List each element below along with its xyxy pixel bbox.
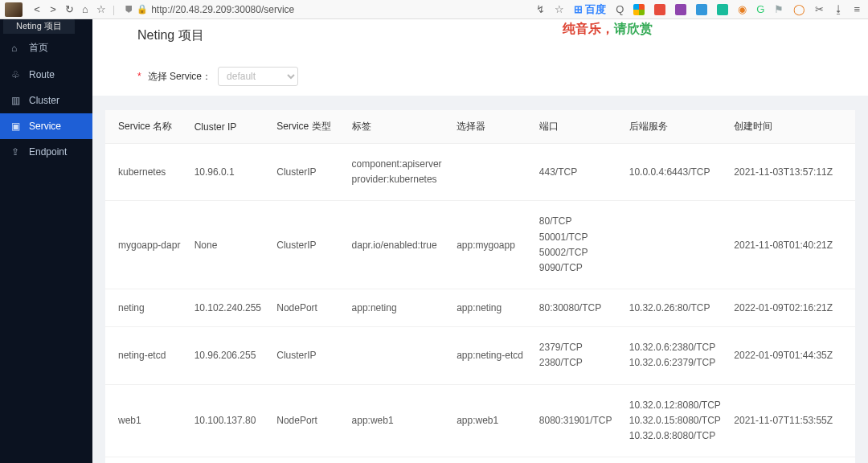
ext-icon-5[interactable]: ◉ [738,3,747,15]
home-icon[interactable]: ⌂ [79,3,92,15]
table-cell: app:web2 [450,457,533,463]
service-table: Service 名称Cluster IPService 类型标签选择器端口后端服… [105,110,855,463]
reload-icon[interactable]: ↻ [63,3,76,15]
sidebar: Neting 项目 ⌂首页♧Route▥Cluster▣Service⇪Endp… [0,19,92,463]
table-row: web110.100.137.80NodePortapp:web1app:web… [105,384,855,457]
star-icon[interactable]: ☆ [95,3,108,15]
ext-icon-2[interactable] [675,4,686,15]
table-cell: 2021-11-07T11:53:55Z [727,384,855,457]
url-text[interactable]: http://20.48.29.209:30080/service [151,4,294,15]
table-cell: web1 [105,384,188,457]
table-cell: component:apiserverprovider:kubernetes [346,144,451,201]
table-cell: 10.32.0.26:80/TCP [623,289,728,327]
baidu-icon[interactable]: ⊞ 百度 [574,2,607,17]
col-header: Service 类型 [270,110,345,144]
table-cell: 10.32.0.12:8080/TCP10.32.0.15:8080/TCP10… [623,384,728,457]
table-cell: 2021-11-07T11:53:55Z [727,457,855,463]
table-cell [450,144,533,201]
sidebar-item-cluster[interactable]: ▥Cluster [0,88,92,113]
table-cell: app:neting-etcd [450,327,533,384]
table-cell: app:web1 [450,384,533,457]
window-tab[interactable]: Neting 项目 [3,18,75,34]
table-cell: mygoapp-dapr [105,201,188,289]
table-cell: NodePort [270,289,345,327]
service-select[interactable]: default [218,67,298,86]
sidebar-item-endpoint[interactable]: ⇪Endpoint [0,139,92,165]
col-header: 后端服务 [623,110,728,144]
table-row: neting10.102.240.255NodePortapp:netingap… [105,289,855,327]
cluster-icon: ▥ [11,95,23,106]
table-cell: 9090:31631/TCP [533,457,623,463]
col-header: 标签 [346,110,451,144]
filter-label: 选择 Service： [148,70,211,84]
shield-icon: ⛊ [125,5,133,14]
favorite-icon[interactable]: ☆ [555,3,564,15]
table-cell: ClusterIP [270,327,345,384]
table-cell: 8080:31901/TCP [533,384,623,457]
table-cell: kubernetes [105,144,188,201]
table-cell: app:mygoapp [450,201,533,289]
table-cell: app:neting [450,289,533,327]
table-cell [346,327,451,384]
table-cell: app:web2 [346,457,451,463]
table-cell: 10.96.0.1 [188,144,271,201]
ext-icon-4[interactable] [717,4,728,15]
table-cell: 2379/TCP2380/TCP [533,327,623,384]
table-cell: 2022-01-09T01:44:35Z [727,327,855,384]
download-icon[interactable]: ⭳ [833,3,844,15]
sidebar-item-service[interactable]: ▣Service [0,113,92,139]
table-cell: 10.102.240.255 [188,289,271,327]
sidebar-item-label: Endpoint [29,146,67,158]
table-cell: neting-etcd [105,327,188,384]
search-icon[interactable]: Q [616,3,624,15]
menu-icon[interactable]: ≡ [854,3,860,15]
table-row: kubernetes10.96.0.1ClusterIPcomponent:ap… [105,144,855,201]
scissors-icon[interactable]: ✂ [815,3,824,15]
table-cell: NodePort [270,457,345,463]
sidebar-item-label: Cluster [29,95,59,106]
table-cell: 10.0.0.4:6443/TCP [623,144,728,201]
lock-icon: 🔒 [137,4,148,14]
ms-icon[interactable] [633,4,645,15]
table-cell: neting [105,289,188,327]
ext-icon-3[interactable] [696,4,707,15]
table-cell: ClusterIP [270,144,345,201]
table-cell: 2021-11-03T13:57:11Z [727,144,855,201]
sidebar-item-label: Route [29,69,55,80]
table-row: web210.105.184.142NodePortapp:web2app:we… [105,457,855,463]
ext-icon-1[interactable] [654,4,665,15]
page-title: Neting 项目 [92,19,868,52]
col-header: 选择器 [450,110,533,144]
table-row: neting-etcd10.96.206.255ClusterIPapp:net… [105,327,855,384]
banner-text: 纯音乐，请欣赏 [563,21,653,38]
table-cell: 10.105.184.142 [188,457,271,463]
avatar [5,2,23,17]
route-icon: ♧ [11,69,23,80]
table-cell: web2 [105,457,188,463]
table-cell: 10.96.206.255 [188,327,271,384]
ext-icon-8[interactable]: ◯ [793,3,805,15]
arrow-icon[interactable]: ↯ [536,3,545,15]
table-cell: 2022-01-09T02:16:21Z [727,289,855,327]
col-header: 创建时间 [727,110,855,144]
back-icon[interactable]: < [31,3,43,15]
service-icon: ▣ [11,121,23,132]
sidebar-item-label: Service [29,121,61,132]
table-cell: 10.100.137.80 [188,384,271,457]
sidebar-item-route[interactable]: ♧Route [0,62,92,88]
ext-icon-6[interactable]: G [756,3,764,15]
ext-icon-7[interactable]: ⚑ [774,3,784,15]
table-cell: dapr.io/enabled:true [346,201,451,289]
sidebar-item-label: 首页 [29,41,48,55]
filter-row: * 选择 Service： default [92,52,868,96]
table-cell: app:neting [346,289,451,327]
table-cell: app:web1 [346,384,451,457]
col-header: Service 名称 [105,110,188,144]
首页-icon: ⌂ [11,43,23,54]
forward-icon[interactable]: > [47,3,59,15]
table-cell: 443/TCP [533,144,623,201]
endpoint-icon: ⇪ [11,146,23,158]
table-cell: NodePort [270,384,345,457]
sidebar-item-首页[interactable]: ⌂首页 [0,34,92,62]
browser-toolbar: < > ↻ ⌂ ☆ | ⛊ 🔒 http://20.48.29.209:3008… [0,0,868,19]
